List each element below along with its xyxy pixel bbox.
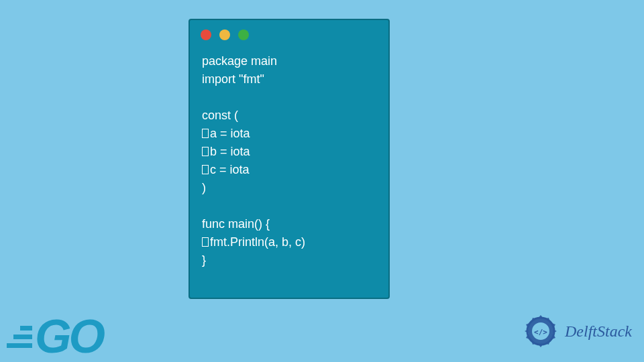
minimize-dot-icon bbox=[219, 29, 230, 40]
code-line: b = iota bbox=[202, 143, 376, 161]
svg-text:</>: </> bbox=[534, 328, 547, 337]
blank-line bbox=[202, 197, 376, 215]
code-line: } bbox=[202, 251, 376, 269]
code-line: fmt.Println(a, b, c) bbox=[202, 233, 376, 251]
go-speed-lines-icon bbox=[7, 326, 32, 348]
code-text: fmt.Println(a, b, c) bbox=[210, 235, 305, 249]
code-text: b = iota bbox=[210, 145, 250, 158]
code-text: a = iota bbox=[210, 127, 250, 140]
close-dot-icon bbox=[201, 29, 211, 40]
code-line: const ( bbox=[202, 107, 376, 125]
code-text: c = iota bbox=[210, 163, 250, 176]
window-controls bbox=[190, 20, 388, 46]
code-window: package main import "fmt" const ( a = io… bbox=[189, 19, 390, 299]
code-line: import "fmt" bbox=[202, 70, 376, 88]
go-logo-text: GO bbox=[35, 318, 103, 355]
code-line: func main() { bbox=[202, 215, 376, 233]
maximize-dot-icon bbox=[238, 29, 249, 40]
code-line: ) bbox=[202, 179, 376, 197]
delftstack-text: DelftStack bbox=[565, 322, 632, 341]
code-line: a = iota bbox=[202, 125, 376, 143]
delftstack-logo-icon: </> bbox=[522, 312, 559, 350]
go-logo: GO bbox=[7, 318, 103, 355]
code-line: package main bbox=[202, 52, 376, 70]
delftstack-branding: </> DelftStack bbox=[522, 312, 632, 350]
blank-line bbox=[202, 88, 376, 107]
code-content: package main import "fmt" const ( a = io… bbox=[190, 46, 388, 276]
code-line: c = iota bbox=[202, 161, 376, 179]
